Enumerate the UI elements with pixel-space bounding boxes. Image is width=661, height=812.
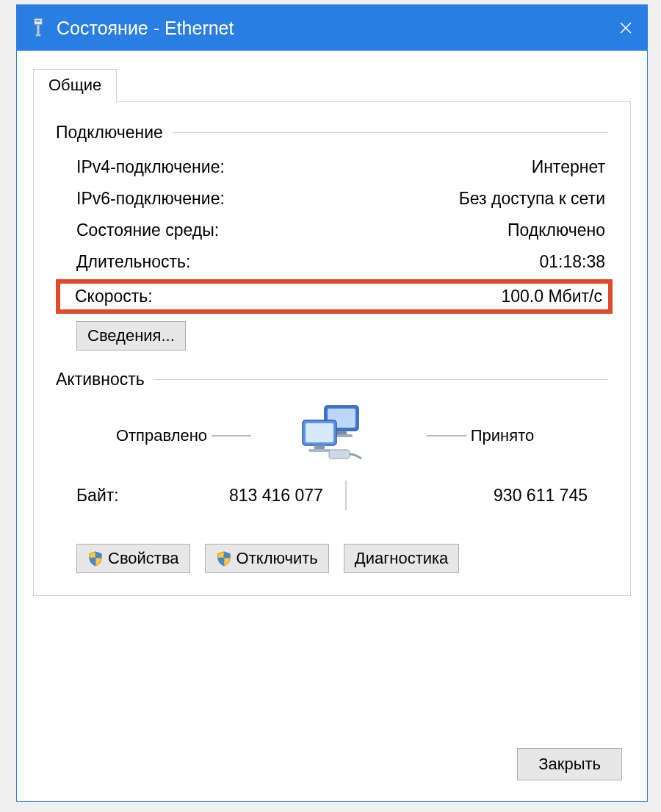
- svg-rect-1: [36, 20, 40, 21]
- network-port-icon: [30, 17, 46, 39]
- bytes-mid: 813 416 077: [229, 481, 383, 510]
- svg-rect-8: [314, 445, 325, 449]
- connection-list: IPv4-подключение: Интернет IPv6-подключе…: [56, 151, 608, 314]
- title-bar[interactable]: Состояние - Ethernet: [17, 5, 647, 51]
- tab-general-label: Общие: [48, 76, 101, 94]
- dash-left: [212, 435, 251, 436]
- ipv4-row: IPv4-подключение: Интернет: [76, 151, 605, 183]
- window-frame: Состояние - Ethernet Общие Подключение I…: [16, 4, 648, 802]
- disable-label: Отключить: [236, 549, 318, 568]
- bytes-label: Байт:: [76, 486, 119, 506]
- svg-rect-9: [308, 449, 330, 452]
- bytes-sent: 813 416 077: [229, 486, 323, 506]
- details-button[interactable]: Сведения...: [76, 321, 186, 351]
- dash-right: [427, 435, 466, 436]
- media-row: Состояние среды: Подключено: [76, 215, 605, 246]
- activity-group: Активность: [56, 370, 608, 389]
- footer: Закрыть: [517, 748, 622, 780]
- details-button-label: Сведения...: [87, 326, 175, 345]
- svg-rect-0: [35, 18, 43, 25]
- speed-label: Скорость:: [75, 287, 153, 306]
- activity-header: Активность: [56, 370, 153, 389]
- shield-icon: [216, 550, 232, 567]
- duration-value: 01:18:38: [539, 252, 605, 272]
- connection-group: Подключение: [56, 123, 608, 143]
- speed-value: 100.0 Мбит/с: [501, 287, 602, 306]
- ipv6-value: Без доступа к сети: [459, 189, 605, 209]
- close-icon[interactable]: [606, 5, 646, 51]
- tab-strip: Общие: [33, 68, 631, 102]
- ipv6-label: IPv6-подключение:: [76, 189, 225, 209]
- svg-rect-7: [306, 423, 333, 442]
- close-button[interactable]: Закрыть: [517, 748, 622, 780]
- divider: [153, 379, 608, 380]
- properties-label: Свойства: [108, 549, 179, 568]
- diagnose-button[interactable]: Диагностика: [344, 544, 460, 573]
- duration-label: Длительность:: [76, 252, 190, 272]
- ipv4-label: IPv4-подключение:: [76, 157, 225, 177]
- divider: [172, 132, 608, 133]
- activity-section: Отправлено: [56, 403, 608, 573]
- speed-row: Скорость: 100.0 Мбит/с: [60, 285, 602, 308]
- tab-general[interactable]: Общие: [33, 69, 117, 102]
- activity-flow: Отправлено: [76, 403, 588, 469]
- client-area: Общие Подключение IPv4-подключение: Инте…: [17, 51, 647, 611]
- close-button-label: Закрыть: [538, 755, 601, 774]
- media-value: Подключено: [508, 220, 605, 240]
- bytes-row: Байт: 813 416 077 930 611 745: [76, 481, 588, 510]
- svg-rect-10: [329, 450, 350, 459]
- received-label: Принято: [471, 426, 534, 445]
- received-label-cell: Принято: [369, 426, 588, 445]
- speed-highlight: Скорость: 100.0 Мбит/с: [56, 279, 613, 314]
- shield-icon: [87, 550, 104, 567]
- connection-header: Подключение: [56, 123, 172, 143]
- duration-row: Длительность: 01:18:38: [76, 246, 605, 278]
- ipv4-value: Интернет: [532, 157, 605, 177]
- disable-button[interactable]: Отключить: [205, 544, 329, 573]
- window-title: Состояние - Ethernet: [57, 18, 606, 39]
- vertical-divider: [345, 481, 347, 510]
- ipv6-row: IPv6-подключение: Без доступа к сети: [76, 183, 605, 215]
- svg-rect-4: [336, 431, 347, 434]
- diagnose-label: Диагностика: [355, 549, 449, 568]
- media-label: Состояние среды:: [76, 220, 219, 240]
- bytes-received: 930 611 745: [494, 486, 588, 506]
- action-buttons: Свойства Отключить: [76, 544, 588, 573]
- sent-label-cell: Отправлено: [76, 426, 295, 445]
- tab-content: Подключение IPv4-подключение: Интернет I…: [33, 102, 631, 596]
- computers-icon: [295, 403, 369, 469]
- sent-label: Отправлено: [116, 426, 207, 445]
- properties-button[interactable]: Свойства: [76, 544, 190, 573]
